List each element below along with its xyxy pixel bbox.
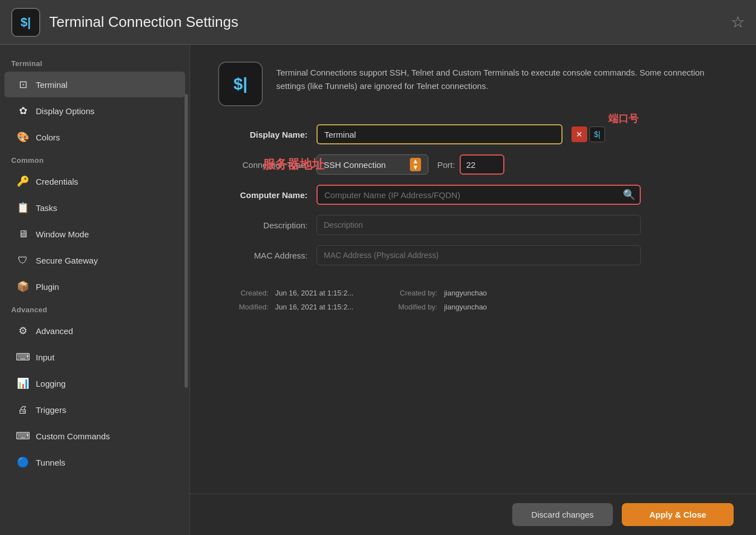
sidebar-item-input[interactable]: ⌨ Input <box>4 344 185 370</box>
description-input[interactable] <box>316 215 641 235</box>
description-row: Description: <box>218 215 728 235</box>
display-options-icon: ✿ <box>16 104 30 118</box>
display-name-input[interactable] <box>316 124 563 144</box>
sidebar-item-label: Secure Gateway <box>36 256 98 265</box>
sidebar-section-terminal: Terminal <box>0 54 190 71</box>
form-section: Display Name: 端口号 ✕ $| Connection Type: … <box>218 124 728 311</box>
computer-name-wrapper: 🔍 <box>316 185 641 205</box>
delete-icon[interactable]: ✕ <box>571 126 587 142</box>
created-row: Created: Jun 16, 2021 at 1:15:2... <box>218 289 353 297</box>
apply-close-button[interactable]: Apply & Close <box>622 503 734 526</box>
sidebar-item-label: Window Mode <box>36 229 89 239</box>
sidebar-item-label: Input <box>36 353 54 362</box>
advanced-icon: ⚙ <box>16 323 30 338</box>
favorite-star[interactable]: ☆ <box>731 13 745 31</box>
content-area: $| Terminal Connections support SSH, Tel… <box>190 45 756 535</box>
terminal-large-icon: $| <box>218 62 263 106</box>
terminal-icon: ⊡ <box>16 77 30 92</box>
cn-annotation-port: 端口号 <box>608 112 639 125</box>
modified-by-label: Modified by: <box>387 303 437 311</box>
sidebar-item-label: Logging <box>36 379 65 388</box>
sidebar-item-credentials[interactable]: 🔑 Credentials <box>4 168 185 194</box>
sidebar-item-colors[interactable]: 🎨 Colors <box>4 124 185 150</box>
mac-address-row: MAC Address: <box>218 245 728 265</box>
sidebar-item-terminal[interactable]: ⊡ Terminal <box>4 72 185 97</box>
triggers-icon: 🖨 <box>16 402 30 417</box>
sidebar-section-advanced: Advanced <box>0 300 190 317</box>
tasks-icon: 📋 <box>16 200 30 215</box>
port-input[interactable] <box>460 154 504 175</box>
created-by-value: jiangyunchao <box>444 289 487 297</box>
terminal-icon-small[interactable]: $| <box>589 126 605 142</box>
port-label: Port: <box>437 160 455 170</box>
sidebar-scrollbar[interactable] <box>185 94 188 388</box>
sidebar-item-label: Triggers <box>36 405 66 415</box>
created-by-row: Created by: jiangyunchao <box>387 289 487 297</box>
info-col-left: Created: Jun 16, 2021 at 1:15:2... Modif… <box>218 289 353 311</box>
modified-label: Modified: <box>218 303 268 311</box>
modified-row: Modified: Jun 16, 2021 at 1:15:2... <box>218 303 353 311</box>
sidebar-item-window-mode[interactable]: 🖥 Window Mode <box>4 221 185 247</box>
content-scroll: $| Terminal Connections support SSH, Tel… <box>190 45 756 494</box>
display-name-label: Display Name: <box>218 130 308 139</box>
modified-by-value: jiangyunchao <box>444 303 487 311</box>
sidebar-item-label: Credentials <box>36 177 78 186</box>
main-container: Terminal ⊡ Terminal ✿ Display Options 🎨 … <box>0 45 756 535</box>
created-value: Jun 16, 2021 at 1:15:2... <box>275 289 353 297</box>
computer-name-row: Computer Name: 🔍 <box>218 185 728 205</box>
connection-type-value: SSH Connection <box>324 160 386 170</box>
display-name-row: Display Name: 端口号 ✕ $| <box>218 124 728 144</box>
sidebar-item-plugin[interactable]: 📦 Plugin <box>4 274 185 299</box>
sidebar-item-custom-commands[interactable]: ⌨ Custom Commands <box>4 423 185 449</box>
sidebar-item-logging[interactable]: 📊 Logging <box>4 370 185 396</box>
app-icon: $| <box>11 8 40 37</box>
cn-annotation-server: 服务器地址 <box>263 156 324 173</box>
sidebar: Terminal ⊡ Terminal ✿ Display Options 🎨 … <box>0 45 190 535</box>
select-arrow-icon: ▲ ▼ <box>410 158 421 171</box>
plugin-icon: 📦 <box>16 279 30 294</box>
display-name-action-icons: ✕ $| <box>571 126 605 142</box>
sidebar-item-label: Advanced <box>36 326 73 336</box>
info-section: Created: Jun 16, 2021 at 1:15:2... Modif… <box>218 289 728 311</box>
computer-name-label: Computer Name: <box>218 190 308 200</box>
sidebar-item-label: Tunnels <box>36 458 65 467</box>
sidebar-item-label: Tasks <box>36 203 57 213</box>
discard-button[interactable]: Discard changes <box>512 503 613 526</box>
window-title: Terminal Connection Settings <box>49 13 731 31</box>
sidebar-item-label: Plugin <box>36 282 59 292</box>
sidebar-section-common: Common <box>0 151 190 168</box>
sidebar-item-secure-gateway[interactable]: 🛡 Secure Gateway <box>4 247 185 273</box>
sidebar-item-label: Display Options <box>36 106 94 116</box>
sidebar-item-tasks[interactable]: 📋 Tasks <box>4 195 185 220</box>
bottom-bar: Discard changes Apply & Close <box>190 494 756 535</box>
sidebar-item-advanced[interactable]: ⚙ Advanced <box>4 318 185 344</box>
mac-address-input[interactable] <box>316 245 641 265</box>
connection-type-select[interactable]: SSH Connection ▲ ▼ <box>316 154 428 175</box>
created-by-label: Created by: <box>387 289 437 297</box>
search-icon[interactable]: 🔍 <box>623 189 635 201</box>
sidebar-item-triggers[interactable]: 🖨 Triggers <box>4 397 185 423</box>
modified-value: Jun 16, 2021 at 1:15:2... <box>275 303 353 311</box>
description-block: $| Terminal Connections support SSH, Tel… <box>218 62 728 106</box>
created-label: Created: <box>218 289 268 297</box>
description-text: Terminal Connections support SSH, Telnet… <box>276 62 728 93</box>
tunnels-icon: 🔵 <box>16 455 30 470</box>
connection-type-row: Connection Type: 服务器地址 SSH Connection ▲ … <box>218 154 728 175</box>
port-wrapper: Port: <box>437 154 504 175</box>
input-icon: ⌨ <box>16 350 30 364</box>
sidebar-item-label: Colors <box>36 133 60 142</box>
credentials-icon: 🔑 <box>16 174 30 189</box>
sidebar-item-label: Terminal <box>36 80 68 90</box>
logging-icon: 📊 <box>16 376 30 391</box>
sidebar-item-display-options[interactable]: ✿ Display Options <box>4 98 185 124</box>
secure-gateway-icon: 🛡 <box>16 253 30 268</box>
description-label: Description: <box>218 220 308 230</box>
title-bar: $| Terminal Connection Settings ☆ <box>0 0 756 45</box>
info-col-right: Created by: jiangyunchao Modified by: ji… <box>387 289 487 311</box>
sidebar-item-tunnels[interactable]: 🔵 Tunnels <box>4 449 185 475</box>
mac-address-label: MAC Address: <box>218 251 308 260</box>
window-mode-icon: 🖥 <box>16 227 30 241</box>
sidebar-item-label: Custom Commands <box>36 431 110 441</box>
computer-name-input[interactable] <box>316 185 641 205</box>
custom-commands-icon: ⌨ <box>16 429 30 443</box>
